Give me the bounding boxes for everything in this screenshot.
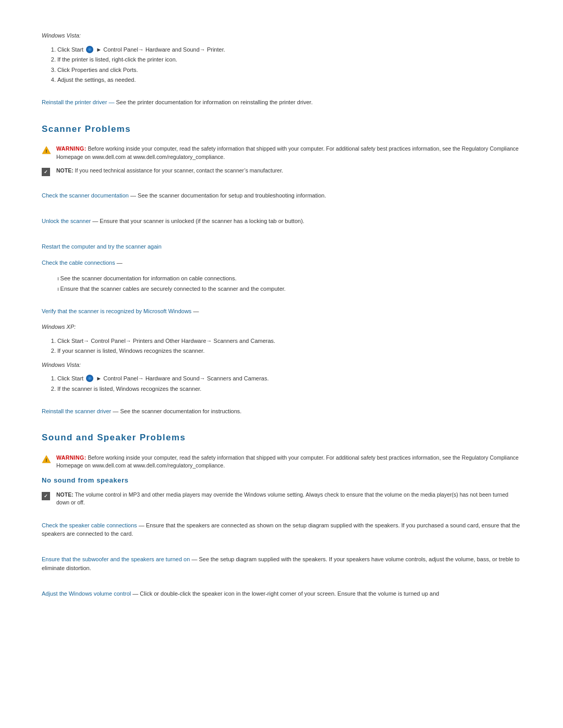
reinstall-scanner-desc: See the scanner documentation for instru… xyxy=(120,408,241,414)
scanner-xp-label: Windows XP: xyxy=(42,323,521,331)
unlock-scanner-line: Unlock the scanner — Ensure that your sc… xyxy=(42,217,521,226)
start-icon xyxy=(86,46,93,53)
unlock-scanner-dash: — xyxy=(92,218,100,224)
check-speaker-cable-line: Check the speaker cable connections — En… xyxy=(42,521,521,538)
sound-warning-text: WARNING: Before working inside your comp… xyxy=(56,454,521,471)
windows-vista-label: Windows Vista: xyxy=(42,31,521,40)
cable-items-list: See the scanner documentation for inform… xyxy=(57,274,521,293)
sound-warning-box: ! WARNING: Before working inside your co… xyxy=(42,454,521,471)
check-speaker-cable-dash: — xyxy=(139,522,146,528)
scanner-vista-step-1: Click Start ► Control Panel→ Hardware an… xyxy=(57,374,521,383)
note-icon: ✓ xyxy=(42,167,52,178)
scanner-xp-step-2: If your scanner is listed, Windows recog… xyxy=(57,347,521,355)
adjust-volume-link[interactable]: Adjust the Windows volume control xyxy=(42,590,131,597)
note-check-icon: ✓ xyxy=(42,168,50,176)
reinstall-scanner-dash: — xyxy=(113,408,120,414)
check-cable-line: Check the cable connections — xyxy=(42,258,521,267)
subwoofer-dash: — xyxy=(191,556,199,562)
adjust-volume-line: Adjust the Windows volume control — Clic… xyxy=(42,589,521,598)
sound-note-check-icon: ✓ xyxy=(42,492,50,500)
warning-icon: ! xyxy=(42,145,52,156)
sound-warning-body: Before working inside your computer, rea… xyxy=(56,454,519,469)
check-cable-link[interactable]: Check the cable connections xyxy=(42,260,115,266)
scanner-vista-steps: Click Start ► Control Panel→ Hardware an… xyxy=(57,374,521,393)
check-scanner-docs-link[interactable]: Check the scanner documentation xyxy=(42,192,129,199)
reinstall-scanner-link[interactable]: Reinstall the scanner driver xyxy=(42,408,111,414)
check-scanner-docs-line: Check the scanner documentation — See th… xyxy=(42,191,521,200)
sound-note-icon: ✓ xyxy=(42,491,52,502)
reinstall-printer-line: Reinstall the printer driver — See the p… xyxy=(42,98,521,107)
printer-step-3: Click Properties and click Ports. xyxy=(57,66,521,75)
sound-warning-label: WARNING: xyxy=(56,454,87,461)
printer-vista-steps: Click Start ► Control Panel→ Hardware an… xyxy=(57,45,521,84)
scanner-vista-step-2: If the scanner is listed, Windows recogn… xyxy=(57,385,521,393)
svg-text:!: ! xyxy=(45,457,47,463)
scanner-warning-label: WARNING: xyxy=(56,145,87,152)
sound-note-box: ✓ NOTE: The volume control in MP3 and ot… xyxy=(42,491,521,508)
verify-scanner-link[interactable]: Verify that the scanner is recognized by… xyxy=(42,308,191,314)
no-sound-subsection: No sound from speakers ✓ NOTE: The volum… xyxy=(42,475,521,598)
scanner-warning-body: Before working inside your computer, rea… xyxy=(56,145,519,160)
reinstall-printer-desc: See the printer documentation for inform… xyxy=(116,99,312,105)
scanner-note-text: NOTE: If you need technical assistance f… xyxy=(56,167,283,175)
sound-section: Sound and Speaker Problems ! WARNING: Be… xyxy=(42,431,521,598)
scanner-warning-text: WARNING: Before working inside your comp… xyxy=(56,145,521,162)
verify-scanner-line: Verify that the scanner is recognized by… xyxy=(42,307,521,316)
check-scanner-docs-dash: — xyxy=(130,192,138,199)
check-cable-dash: — xyxy=(117,260,123,266)
cable-item-2: Ensure that the scanner cables are secur… xyxy=(57,285,521,293)
sound-note-body: The volume control in MP3 and other medi… xyxy=(56,491,508,506)
subwoofer-link[interactable]: Ensure that the subwoofer and the speake… xyxy=(42,556,190,562)
sound-warning-icon: ! xyxy=(42,454,52,465)
printer-step-4: Adjust the settings, as needed. xyxy=(57,76,521,84)
restart-scanner-link[interactable]: Restart the computer and try the scanner… xyxy=(42,243,162,250)
scanner-xp-steps: Click Start→ Control Panel→ Printers and… xyxy=(57,337,521,355)
scanner-warning-box: ! WARNING: Before working inside your co… xyxy=(42,145,521,162)
verify-scanner-dash: — xyxy=(193,308,199,314)
scanner-xp-step-1: Click Start→ Control Panel→ Printers and… xyxy=(57,337,521,346)
adjust-volume-dash: — xyxy=(132,590,140,597)
unlock-scanner-link[interactable]: Unlock the scanner xyxy=(42,218,91,224)
scanner-note-box: ✓ NOTE: If you need technical assistance… xyxy=(42,167,521,178)
restart-scanner-line: Restart the computer and try the scanner… xyxy=(42,242,521,251)
no-sound-title: No sound from speakers xyxy=(42,475,521,486)
svg-text:!: ! xyxy=(45,148,47,154)
cable-item-1: See the scanner documentation for inform… xyxy=(57,274,521,283)
check-speaker-cable-link[interactable]: Check the speaker cable connections xyxy=(42,522,137,528)
adjust-volume-desc: Click or double-click the speaker icon i… xyxy=(140,590,439,597)
warning-triangle-svg: ! xyxy=(42,145,51,155)
scanner-note-label: NOTE: xyxy=(56,167,74,174)
reinstall-printer-link[interactable]: Reinstall the printer driver — xyxy=(42,99,114,105)
printer-vista-section: Windows Vista: Click Start ► Control Pan… xyxy=(42,31,521,107)
printer-step-2: If the printer is listed, right-click th… xyxy=(57,55,521,64)
printer-step-1: Click Start ► Control Panel→ Hardware an… xyxy=(57,45,521,54)
check-scanner-docs-desc: See the scanner documentation for setup … xyxy=(138,192,326,199)
scanner-section-title: Scanner Problems xyxy=(42,122,521,136)
sound-section-title: Sound and Speaker Problems xyxy=(42,431,521,445)
subwoofer-line: Ensure that the subwoofer and the speake… xyxy=(42,555,521,572)
unlock-scanner-desc: Ensure that your scanner is unlocked (if… xyxy=(100,218,304,224)
reinstall-scanner-line: Reinstall the scanner driver — See the s… xyxy=(42,407,521,416)
printer-step-1-text: ► Control Panel→ Hardware and Sound→ Pri… xyxy=(96,46,225,53)
sound-note-label: NOTE: xyxy=(56,491,74,498)
sound-note-text: NOTE: The volume control in MP3 and othe… xyxy=(56,491,521,508)
scanner-vista-label: Windows Vista: xyxy=(42,361,521,369)
scanner-note-body: If you need technical assistance for you… xyxy=(75,167,283,174)
start-icon-2 xyxy=(86,375,93,382)
sound-warning-triangle-svg: ! xyxy=(42,454,51,464)
scanner-section: Scanner Problems ! WARNING: Before worki… xyxy=(42,122,521,416)
